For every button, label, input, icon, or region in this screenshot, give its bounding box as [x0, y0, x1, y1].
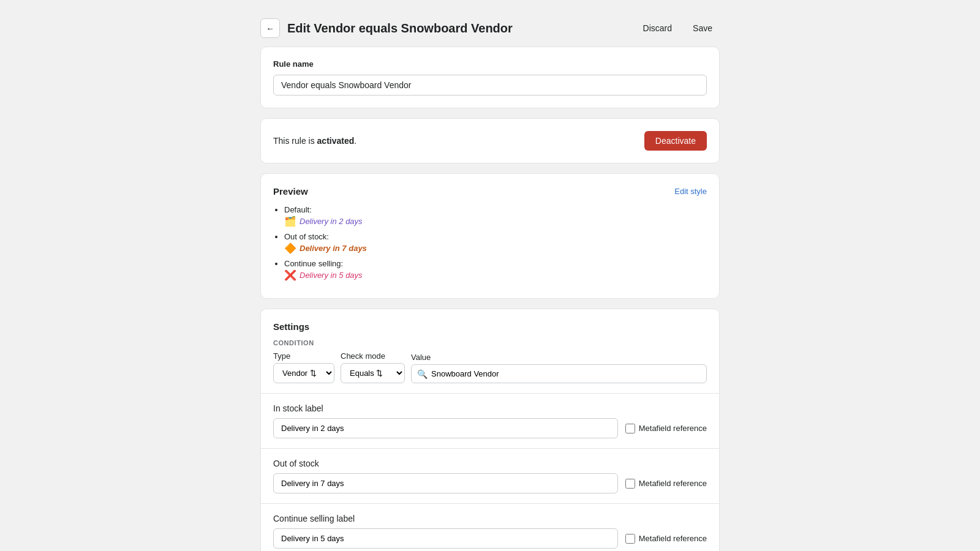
continue-selling-section: Continue selling label Metafield referen…: [273, 514, 707, 549]
preview-delivery-1: 🔶 Delivery in 7 days: [284, 242, 707, 254]
in-stock-metafield-label: Metafield reference: [639, 424, 707, 433]
condition-group: Type Vendor ⇅ Tag SKU Check mode Equals …: [273, 351, 707, 383]
preview-list: Default: 🗂️ Delivery in 2 days Out of st…: [273, 205, 707, 281]
activation-card: This rule is activated. Deactivate: [260, 118, 720, 163]
rule-name-input[interactable]: [273, 75, 707, 96]
activation-text: This rule is activated.: [273, 136, 356, 146]
rule-name-label: Rule name: [273, 59, 707, 69]
delivery-text-0: Delivery in 2 days: [300, 217, 363, 226]
delivery-text-1: Delivery in 7 days: [300, 244, 367, 253]
continue-selling-input[interactable]: [273, 528, 618, 549]
out-of-stock-row: Metafield reference: [273, 473, 707, 493]
check-mode-label: Check mode: [341, 351, 405, 361]
back-icon: ←: [266, 24, 274, 33]
preview-item-label-2: Continue selling:: [284, 259, 343, 268]
save-button[interactable]: Save: [685, 20, 720, 37]
activation-prefix: This rule is: [273, 136, 317, 146]
settings-title: Settings: [273, 321, 707, 332]
header-actions: Discard Save: [636, 20, 720, 37]
continue-selling-metafield-label: Metafield reference: [639, 534, 707, 543]
delivery-text-2: Delivery in 5 days: [300, 271, 363, 280]
discard-button[interactable]: Discard: [636, 20, 679, 37]
continue-selling-metafield-checkbox[interactable]: [625, 534, 635, 544]
page-header: ← Edit Vendor equals Snowboard Vendor Di…: [260, 12, 720, 47]
value-search-input[interactable]: [411, 364, 707, 383]
deactivate-button[interactable]: Deactivate: [644, 131, 707, 151]
preview-title: Preview: [273, 186, 308, 197]
page-title: Edit Vendor equals Snowboard Vendor: [287, 21, 636, 36]
list-item: Default: 🗂️ Delivery in 2 days: [284, 205, 707, 227]
out-of-stock-metafield-checkbox[interactable]: [625, 479, 635, 489]
in-stock-title: In stock label: [273, 403, 707, 413]
out-of-stock-title: Out of stock: [273, 459, 707, 468]
in-stock-metafield-wrap: Metafield reference: [625, 424, 707, 433]
out-of-stock-section: Out of stock Metafield reference: [273, 459, 707, 493]
continue-selling-row: Metafield reference: [273, 528, 707, 549]
value-column: Value 🔍: [411, 353, 707, 383]
list-item: Out of stock: 🔶 Delivery in 7 days: [284, 232, 707, 254]
search-input-wrap: 🔍: [411, 364, 707, 383]
divider-2: [261, 448, 719, 449]
out-of-stock-input[interactable]: [273, 473, 618, 493]
activation-status: activated: [317, 136, 355, 146]
preview-item-label-1: Out of stock:: [284, 232, 329, 241]
divider-3: [261, 503, 719, 504]
list-item: Continue selling: ❌ Delivery in 5 days: [284, 259, 707, 281]
type-column: Type Vendor ⇅ Tag SKU: [273, 351, 334, 383]
back-button[interactable]: ←: [260, 18, 280, 38]
check-mode-select[interactable]: Equals ⇅ Contains Not equals: [341, 363, 405, 383]
activation-suffix: .: [354, 136, 356, 146]
continue-selling-metafield-wrap: Metafield reference: [625, 534, 707, 544]
edit-style-link[interactable]: Edit style: [674, 187, 707, 196]
out-of-stock-metafield-label: Metafield reference: [639, 479, 707, 488]
delivery-icon-0: 🗂️: [284, 216, 296, 227]
out-of-stock-metafield-wrap: Metafield reference: [625, 479, 707, 489]
continue-selling-title: Continue selling label: [273, 514, 707, 523]
preview-delivery-2: ❌ Delivery in 5 days: [284, 269, 707, 281]
divider-1: [261, 393, 719, 394]
check-mode-column: Check mode Equals ⇅ Contains Not equals: [341, 351, 405, 383]
value-label: Value: [411, 353, 707, 362]
type-select[interactable]: Vendor ⇅ Tag SKU: [273, 363, 334, 383]
in-stock-row: Metafield reference: [273, 418, 707, 438]
in-stock-section: In stock label Metafield reference: [273, 403, 707, 438]
in-stock-input[interactable]: [273, 418, 618, 438]
preview-item-label-0: Default:: [284, 205, 312, 214]
condition-label: CONDITION: [273, 339, 707, 347]
delivery-icon-1: 🔶: [284, 242, 296, 254]
condition-section: CONDITION Type Vendor ⇅ Tag SKU Check mo…: [273, 339, 707, 383]
preview-header: Preview Edit style: [273, 186, 707, 197]
in-stock-metafield-checkbox[interactable]: [625, 424, 635, 433]
type-label: Type: [273, 351, 334, 361]
delivery-icon-2: ❌: [284, 269, 296, 281]
settings-card: Settings CONDITION Type Vendor ⇅ Tag SKU…: [260, 309, 720, 551]
preview-delivery-0: 🗂️ Delivery in 2 days: [284, 216, 707, 227]
preview-card: Preview Edit style Default: 🗂️ Delivery …: [260, 173, 720, 299]
rule-name-card: Rule name: [260, 47, 720, 108]
